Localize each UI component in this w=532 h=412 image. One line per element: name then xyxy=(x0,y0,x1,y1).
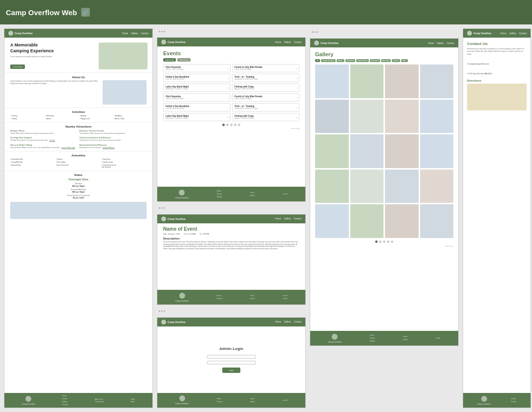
gf-more[interactable]: More xyxy=(401,59,408,62)
detail-footer-logo: Camp Overflow xyxy=(175,293,189,302)
contact-nav-home[interactable]: Home xyxy=(500,32,506,35)
gf-boat[interactable]: Boat Houses xyxy=(356,59,369,62)
event-card-5[interactable]: › Labor Day Band Night September 5, 2023… xyxy=(163,84,231,92)
footer-link-3[interactable]: Gallery xyxy=(62,401,68,403)
page-dot-1[interactable] xyxy=(222,124,225,126)
nav-gallery[interactable]: Gallery xyxy=(131,32,138,35)
contact-logo-circle xyxy=(467,31,472,36)
admin-nav-contact[interactable]: Contact xyxy=(294,321,301,323)
event-card-2[interactable]: › Fourth of July Bike Parade July 4, 202… xyxy=(232,64,299,72)
admin-logo-text: Camp Overflow xyxy=(168,321,186,324)
events-nav-gallery[interactable]: Gallery xyxy=(284,41,291,43)
gf-meetings[interactable]: Meetings xyxy=(381,59,391,62)
dot4 xyxy=(159,207,160,209)
nav-home[interactable]: Home xyxy=(122,32,128,35)
footer-link-4[interactable]: Contact xyxy=(62,404,68,406)
username-input[interactable] xyxy=(207,355,256,359)
admin-footer-logo: Camp Overflow xyxy=(175,395,189,405)
event-card-7[interactable]: › Otis Fireworks July 10, 2024 at 8:00pm xyxy=(163,93,231,102)
page-dot-2[interactable] xyxy=(226,124,229,126)
detail-footer-name: Camp Overflow xyxy=(175,300,189,302)
event-card-4[interactable]: › Trick - or - Treating September 8, 202… xyxy=(232,74,299,82)
top-bar: Camp Overflow Web 🔗 xyxy=(0,0,532,24)
page-dot-4[interactable] xyxy=(234,124,236,126)
gf-all[interactable]: All xyxy=(315,59,320,62)
gf-fl-1[interactable]: Home xyxy=(370,334,375,336)
events-nav-home[interactable]: Home xyxy=(275,41,281,43)
event-card-11[interactable]: › Labor Day Band Night September 5, 2024… xyxy=(163,113,231,121)
gallery-nav-home[interactable]: Home xyxy=(428,42,434,44)
gallery-footer-links: Home Events Gallery xyxy=(370,334,375,342)
event-from: From: 12:00AM xyxy=(184,233,195,235)
af-link-2[interactable]: Events xyxy=(217,401,222,403)
footer-link-1[interactable]: Home xyxy=(62,395,68,397)
df-social2: social xyxy=(283,298,287,300)
gp-dot-3[interactable] xyxy=(383,240,385,243)
gp-dot-5[interactable] xyxy=(391,240,393,243)
gallery-nav: Camp Overflow Home Gallery Contact xyxy=(310,39,458,47)
af-link-1[interactable]: Home xyxy=(217,398,222,400)
gallery-img-20 xyxy=(420,204,454,238)
event-card-1[interactable]: › Otis Fireworks July 10, 2023 at 8:00pm xyxy=(163,64,231,72)
event-card-12[interactable]: › Fishing with Craig August 7, 2024 at 8… xyxy=(232,113,299,121)
page-dot-5[interactable] xyxy=(238,124,240,126)
gallery-nav-contact[interactable]: Contact xyxy=(447,42,454,44)
page-dot-3[interactable] xyxy=(230,124,233,126)
nav-contact[interactable]: Contact xyxy=(141,32,149,35)
gf-nature[interactable]: Nature xyxy=(337,59,345,62)
event-detail-title: Name of Event xyxy=(163,226,299,232)
event-card-9[interactable]: › Father's Day Breakfast June 20, 2024 a… xyxy=(163,103,231,111)
directions-map xyxy=(467,84,527,110)
admin-login-link[interactable]: Admin Login xyxy=(163,128,299,130)
af-phone: phone xyxy=(250,401,255,403)
contact-nav-contact[interactable]: Contact xyxy=(519,32,527,35)
df-link-1[interactable]: Home xyxy=(217,295,222,297)
gallery-nav-gallery[interactable]: Gallery xyxy=(437,42,444,44)
gf-activities[interactable]: Activities xyxy=(345,59,355,62)
password-input[interactable] xyxy=(207,361,256,365)
gp-dot-1[interactable] xyxy=(375,240,378,243)
gf-seasonal[interactable]: Seasonal xyxy=(370,59,380,62)
ef-link-2[interactable]: Events xyxy=(217,193,222,195)
events-nav-contact[interactable]: Contact xyxy=(294,41,301,43)
contact-description: Sometimes you may have a question or a c… xyxy=(467,48,527,56)
event-card-10[interactable]: › Trick - or - Treating September 8, 202… xyxy=(232,103,299,111)
gf-grounds[interactable]: Camp Grounds xyxy=(321,59,336,62)
gallery-content: Gallery All Camp Grounds Nature Activiti… xyxy=(310,47,458,331)
login-btn[interactable]: Login xyxy=(222,368,241,373)
cf-link-2[interactable]: Events xyxy=(511,401,516,403)
gallery-img-18 xyxy=(350,204,384,238)
admin-footer-contact: email phone xyxy=(250,398,255,403)
detail-nav-logo: Camp Overflow xyxy=(161,217,186,221)
gf-fl-2[interactable]: Events xyxy=(370,337,375,339)
hero-btn[interactable]: Learn More xyxy=(10,65,25,69)
link-icon[interactable]: 🔗 xyxy=(81,8,90,17)
gf-fl-3[interactable]: Gallery xyxy=(370,340,375,342)
admin-nav-logo: Camp Overflow xyxy=(161,320,186,325)
gallery-admin-link[interactable]: Admin Login xyxy=(315,245,453,247)
filter-past[interactable]: Past Event xyxy=(177,58,191,62)
footer-link-2[interactable]: Events xyxy=(62,398,68,400)
dot3 xyxy=(164,31,165,32)
detail-nav-contact[interactable]: Contact xyxy=(294,217,301,220)
event-card-3[interactable]: › Father's Day Breakfast June 20, 2023 a… xyxy=(163,74,231,82)
filter-upcoming[interactable]: Upcoming xyxy=(163,58,176,62)
gp-dot-2[interactable] xyxy=(379,240,382,243)
admin-nav-home[interactable]: Home xyxy=(275,321,281,323)
contact-nav-gallery[interactable]: Gallery xyxy=(509,32,516,35)
event-card-6[interactable]: › Fishing with Craig August 7, 2023 at 8… xyxy=(232,84,299,92)
gp-dot-4[interactable] xyxy=(387,240,389,243)
detail-nav-gallery[interactable]: Gallery xyxy=(284,217,291,220)
admin-nav-gallery[interactable]: Gallery xyxy=(284,321,291,323)
events-footer-info: email phone xyxy=(250,192,255,196)
detail-nav-home[interactable]: Home xyxy=(275,217,281,220)
ef-link-3[interactable]: Gallery xyxy=(217,196,222,198)
gallery-grid xyxy=(315,65,453,238)
event-card-8[interactable]: › Fourth of July Bike Parade July 4, 202… xyxy=(232,93,299,102)
cf-link-1[interactable]: Home xyxy=(511,398,516,400)
gallery-logo-text: Camp Overflow xyxy=(320,42,339,44)
footer-circle xyxy=(25,396,31,402)
df-link-2[interactable]: Events xyxy=(217,298,222,300)
gf-cabins[interactable]: Cabins xyxy=(392,59,400,62)
ef-link-1[interactable]: Home xyxy=(217,190,222,192)
